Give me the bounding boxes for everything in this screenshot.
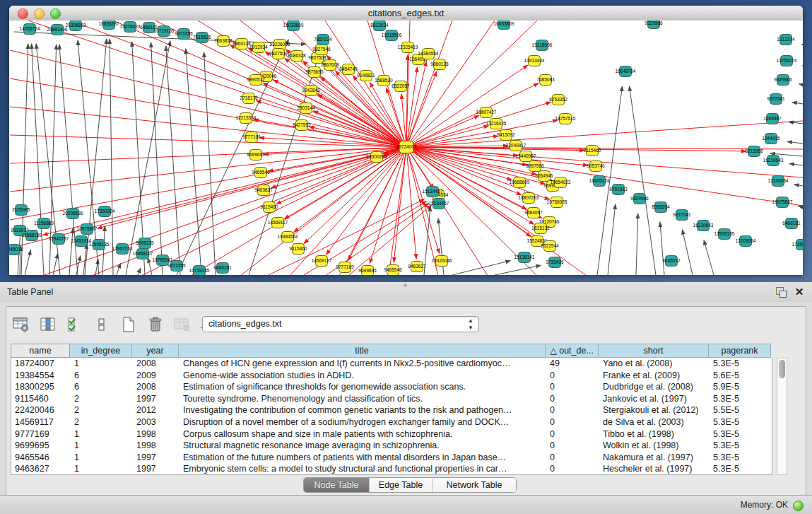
table-cell: 2009: [133, 370, 180, 382]
network-canvas[interactable]: 1872400718300295766382288601288912934232…: [9, 21, 803, 275]
status-bar: Memory: OK: [0, 495, 812, 514]
graph-node-label: 1615132: [531, 226, 550, 230]
new-file-icon[interactable]: [118, 314, 139, 335]
table-cell: 1997: [133, 393, 180, 405]
graph-node-label: 17359924: [95, 209, 115, 214]
table-settings-icon[interactable]: [11, 314, 32, 335]
table-row[interactable]: 946554611997Estimation of the future num…: [11, 452, 772, 464]
graph-edge: [406, 21, 537, 147]
graph-edge: [10, 147, 406, 163]
network-view-background: citations_edges.txt 18724007183002957663…: [0, 0, 812, 283]
table-cell: Changes of HCN gene expression and I(f) …: [180, 358, 546, 370]
table-cell: 18724007: [11, 358, 71, 370]
column-header-out_de[interactable]: △ out_de...: [546, 344, 599, 358]
table-cell: 9699695: [11, 440, 71, 452]
graph-edge: [389, 147, 406, 275]
table-row[interactable]: 977716911998Corpus callosum shape and si…: [11, 428, 772, 440]
column-header-short[interactable]: short: [599, 344, 709, 358]
graph-node-label: 1588520: [375, 78, 393, 83]
graph-node-label: 9684067: [524, 210, 543, 215]
graph-node-label: 16405124: [589, 178, 610, 183]
close-panel-icon[interactable]: ✕: [794, 286, 805, 298]
table-cell: Nakamura et al. (1997): [599, 452, 710, 464]
table-cell: Embryonic stem cells: a model to study s…: [180, 463, 546, 475]
graph-edge: [495, 265, 541, 275]
graph-node-label: 8215958: [745, 148, 763, 153]
column-header-title[interactable]: title: [179, 344, 546, 358]
table-row[interactable]: 1872400712008Changes of HCN gene express…: [11, 358, 772, 370]
graph-node-label: 19384554: [278, 234, 298, 239]
table-cell: 5.9E-5: [710, 381, 772, 393]
tab-edge-table[interactable]: Edge Table: [370, 478, 433, 492]
table-cell: 0: [546, 463, 599, 475]
graph-edge: [704, 240, 714, 275]
graph-node-label: 9146821: [357, 73, 375, 78]
graph-edge: [660, 222, 664, 275]
panel-resize-grip[interactable]: ▲: [403, 283, 408, 286]
vertical-scrollbar[interactable]: [777, 358, 787, 475]
column-stack-icon[interactable]: [91, 314, 112, 335]
graph-node-label: 19384554: [418, 51, 439, 56]
graph-node-label: 9465546: [252, 170, 270, 175]
table-row[interactable]: 2242004622012Investigating the contribut…: [11, 404, 772, 416]
table-row[interactable]: 969969511998Structural magnetic resonanc…: [11, 440, 772, 452]
delete-icon[interactable]: [145, 314, 166, 335]
graph-node-label: 10653287: [99, 21, 119, 26]
graph-node-label: 9245012: [662, 258, 681, 263]
graph-node-label: 12505135: [89, 242, 110, 247]
table-cell: 1998: [133, 440, 180, 452]
column-header-pagerank[interactable]: pagerank: [709, 344, 771, 358]
graph-node-label: 9463627: [408, 264, 426, 269]
tab-network-table[interactable]: Network Table: [433, 478, 516, 492]
graph-node-label: 15276023: [120, 24, 141, 29]
table-row[interactable]: 911546021997Tourette syndrome. Phenomeno…: [11, 393, 772, 405]
table-row[interactable]: 946362711997Embryonic stem cells: a mode…: [11, 463, 772, 475]
table-selector-dropdown[interactable]: citations_edges.txt ▲▼: [202, 316, 479, 332]
graph-node-label: 16033809: [283, 23, 304, 28]
table-row[interactable]: 1938455462009Genome-wide association stu…: [11, 370, 772, 382]
citation-graph[interactable]: 1872400718300295766382288601288912934232…: [9, 21, 803, 275]
row-checks-icon[interactable]: [64, 314, 86, 335]
graph-edge: [789, 163, 803, 165]
table-cell: 1: [71, 440, 133, 452]
tab-node-table[interactable]: Node Table: [304, 478, 370, 492]
graph-edge: [406, 120, 558, 147]
graph-node-label: 18807293: [519, 195, 539, 200]
graph-edge: [406, 102, 551, 147]
column-header-in_degree[interactable]: in_degree: [70, 344, 132, 358]
graph-node-label: 6522057: [392, 83, 410, 88]
graph-node-label: 22040917: [506, 143, 526, 148]
graph-node-label: 11156889: [34, 221, 54, 226]
column-header-year[interactable]: year: [132, 344, 179, 358]
graph-edge: [10, 147, 406, 248]
column-header-name[interactable]: name: [11, 344, 70, 358]
graph-node-label: 9671355: [175, 31, 193, 36]
graph-node-label: 9465546: [384, 267, 402, 272]
graph-node-label: 9054946: [535, 173, 553, 178]
table-cell: 5.3E-5: [710, 416, 772, 428]
column-chooser-icon[interactable]: [37, 314, 59, 335]
table-cell: 5.3E-5: [710, 358, 772, 370]
table-cell: Genome-wide association studies in ADHD.: [180, 370, 546, 382]
table-row[interactable]: 1456911722003Disruption of a novel membe…: [11, 416, 772, 428]
float-panel-icon[interactable]: [775, 286, 787, 298]
graph-node-label: 1209387: [763, 116, 782, 121]
graph-node-label: 8791913: [609, 187, 628, 192]
graph-node-label: 8186328: [288, 53, 306, 58]
table-row[interactable]: 1830029562008Estimation of significance …: [11, 381, 772, 393]
graph-node-label: 23226058: [270, 42, 290, 47]
graph-node-label: 2867608: [321, 62, 339, 67]
scrollbar-thumb[interactable]: [779, 360, 785, 378]
dropdown-stepper-icon: ▲▼: [468, 317, 473, 332]
table-cell: 19384554: [11, 370, 71, 382]
table-header-row: namein_degreeyeartitle△ out_de...shortpa…: [11, 344, 771, 358]
table-cell: 2003: [133, 416, 180, 428]
table-cell: 2: [71, 416, 133, 428]
graph-node-label: 16785341: [153, 257, 173, 262]
graph-edge: [452, 261, 510, 275]
network-window-titlebar[interactable]: citations_edges.txt: [9, 6, 803, 21]
table-cell: 14569117: [11, 416, 71, 428]
graph-node-label: 9671355: [167, 263, 186, 268]
graph-node-label: 10719155: [189, 268, 210, 273]
graph-node-label: 6466161: [782, 221, 801, 226]
